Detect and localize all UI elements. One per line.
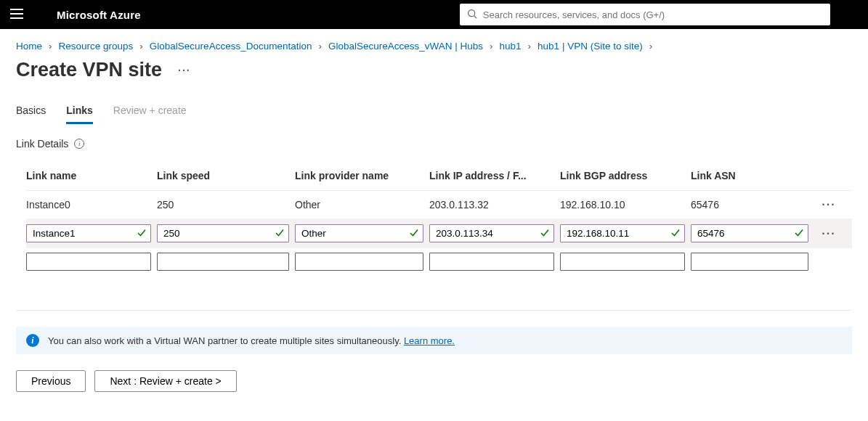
- col-link-speed: Link speed: [157, 170, 295, 181]
- link-bgp-input[interactable]: [560, 253, 685, 271]
- cell-link-provider: Other: [295, 199, 429, 210]
- page-title: Create VPN site: [16, 59, 162, 81]
- svg-rect-0: [10, 9, 23, 10]
- tab-basics[interactable]: Basics: [16, 100, 46, 124]
- info-banner-text: You can also work with a Virtual WAN par…: [48, 335, 404, 346]
- chevron-right-icon: ›: [649, 41, 653, 52]
- cell-link-bgp: 192.168.10.10: [560, 199, 691, 210]
- chevron-right-icon: ›: [318, 41, 322, 52]
- link-name-input[interactable]: [26, 224, 151, 242]
- search-input[interactable]: [483, 9, 823, 20]
- link-bgp-input[interactable]: [560, 224, 685, 242]
- breadcrumb-hub1-vpn[interactable]: hub1 | VPN (Site to site): [538, 41, 643, 52]
- row-more-icon[interactable]: ···: [814, 198, 843, 211]
- col-link-ip: Link IP address / F...: [429, 170, 560, 181]
- cell-link-ip: 203.0.113.32: [429, 199, 560, 210]
- top-bar: Microsoft Azure: [0, 0, 868, 29]
- next-review-create-button[interactable]: Next : Review + create >: [94, 370, 236, 392]
- link-ip-input[interactable]: [429, 224, 554, 242]
- col-link-provider: Link provider name: [295, 170, 429, 181]
- svg-rect-1: [10, 13, 23, 15]
- col-link-asn: Link ASN: [691, 170, 814, 181]
- link-speed-input[interactable]: [157, 253, 289, 271]
- tab-links[interactable]: Links: [66, 100, 93, 124]
- breadcrumb-hub1[interactable]: hub1: [500, 41, 522, 52]
- chevron-right-icon: ›: [49, 41, 52, 52]
- link-ip-input[interactable]: [429, 253, 554, 271]
- col-link-bgp: Link BGP address: [560, 170, 691, 181]
- search-icon: [467, 9, 477, 21]
- link-speed-input[interactable]: [157, 224, 289, 242]
- link-asn-input[interactable]: [691, 253, 808, 271]
- breadcrumb-home[interactable]: Home: [16, 41, 42, 52]
- brand-title: Microsoft Azure: [57, 9, 141, 21]
- table-header-row: Link name Link speed Link provider name …: [26, 167, 852, 191]
- global-search[interactable]: [460, 4, 830, 25]
- cell-link-name: Instance0: [26, 199, 157, 210]
- learn-more-link[interactable]: Learn more.: [404, 335, 455, 346]
- row-more-icon[interactable]: ···: [814, 227, 843, 240]
- cell-link-asn: 65476: [691, 199, 814, 210]
- link-name-input[interactable]: [26, 253, 151, 271]
- section-label: Link Details: [16, 138, 68, 150]
- table-row: [26, 248, 852, 275]
- link-asn-input[interactable]: [691, 224, 808, 242]
- chevron-right-icon: ›: [528, 41, 532, 52]
- cell-link-speed: 250: [157, 199, 295, 210]
- link-provider-input[interactable]: [295, 224, 423, 242]
- chevron-right-icon: ›: [490, 41, 493, 52]
- breadcrumb-gsa-doc[interactable]: GlobalSecureAccess_Documentation: [150, 41, 312, 52]
- chevron-right-icon: ›: [139, 41, 143, 52]
- breadcrumb-resource-groups[interactable]: Resource groups: [59, 41, 134, 52]
- info-icon[interactable]: i: [74, 139, 84, 149]
- info-icon: i: [26, 334, 39, 347]
- info-banner: i You can also work with a Virtual WAN p…: [16, 327, 852, 354]
- table-row: Instance0 250 Other 203.0.113.32 192.168…: [26, 191, 852, 218]
- tab-strip: Basics Links Review + create: [16, 100, 852, 125]
- hamburger-menu-icon[interactable]: [10, 9, 23, 21]
- col-link-name: Link name: [26, 170, 157, 181]
- tab-review-create: Review + create: [113, 100, 187, 124]
- more-actions-icon[interactable]: ···: [178, 65, 191, 76]
- svg-line-4: [474, 15, 476, 18]
- svg-rect-2: [10, 17, 23, 19]
- table-row: ···: [26, 218, 852, 248]
- breadcrumb-vwan-hubs[interactable]: GlobalSecureAccess_vWAN | Hubs: [328, 41, 483, 52]
- link-provider-input[interactable]: [295, 253, 423, 271]
- breadcrumb: Home › Resource groups › GlobalSecureAcc…: [16, 38, 852, 59]
- previous-button[interactable]: Previous: [16, 370, 86, 392]
- svg-point-3: [468, 9, 474, 16]
